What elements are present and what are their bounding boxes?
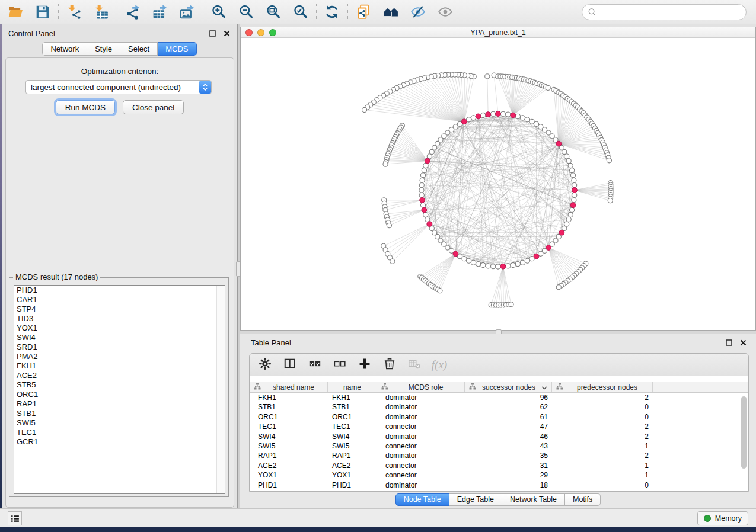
cell-successor-nodes[interactable]: 46: [465, 432, 552, 441]
cell-shared-name[interactable]: TEC1: [250, 422, 328, 431]
cell-successor-nodes[interactable]: 43: [465, 441, 552, 451]
mcds-result-item[interactable]: STB1: [14, 409, 225, 418]
cell-mcds-role[interactable]: connector: [377, 441, 465, 451]
mcds-result-item[interactable]: FKH1: [14, 361, 225, 371]
cell-shared-name[interactable]: ACE2: [250, 461, 328, 470]
search-input[interactable]: [600, 7, 741, 17]
cell-name[interactable]: FKH1: [328, 393, 377, 402]
table-settings-button[interactable]: [257, 357, 273, 373]
column-header-predecessor-nodes[interactable]: predecessor nodes: [552, 382, 653, 392]
cell-mcds-role[interactable]: connector: [377, 470, 465, 480]
open-file-button[interactable]: [7, 3, 24, 21]
cell-mcds-role[interactable]: dominator: [377, 412, 465, 422]
mcds-result-item[interactable]: STB5: [14, 380, 225, 390]
show-all-button[interactable]: [436, 3, 454, 21]
cell-shared-name[interactable]: PHD1: [250, 480, 328, 490]
cell-predecessor-nodes[interactable]: 0: [552, 402, 653, 412]
cell-successor-nodes[interactable]: 31: [465, 461, 552, 470]
column-header-MCDS-role[interactable]: MCDS role: [377, 382, 465, 392]
show-panels-menu-button[interactable]: [8, 511, 22, 525]
cell-mcds-role[interactable]: dominator: [377, 393, 465, 402]
table-tab-motifs[interactable]: Motifs: [565, 493, 601, 506]
mcds-result-item[interactable]: GCR1: [14, 437, 225, 447]
mcds-result-item[interactable]: SRD1: [14, 342, 225, 352]
cell-successor-nodes[interactable]: 62: [465, 402, 552, 412]
mcds-result-item[interactable]: YOX1: [14, 323, 225, 333]
close-mcds-panel-button[interactable]: Close panel: [123, 100, 184, 114]
cell-successor-nodes[interactable]: 61: [465, 412, 552, 422]
cell-shared-name[interactable]: SWI5: [250, 441, 328, 451]
cell-name[interactable]: TEC1: [328, 422, 377, 431]
delete-row-button[interactable]: [382, 357, 397, 373]
cell-predecessor-nodes[interactable]: 2: [552, 393, 653, 402]
export-image-button[interactable]: [178, 3, 196, 21]
table-tab-node-table[interactable]: Node Table: [395, 493, 449, 506]
table-row[interactable]: YOX1YOX1connector291: [250, 470, 748, 480]
cell-predecessor-nodes[interactable]: 0: [552, 412, 653, 422]
memory-button[interactable]: Memory: [697, 511, 748, 525]
column-header-shared-name[interactable]: shared name: [250, 382, 328, 392]
mcds-result-item[interactable]: ACE2: [14, 371, 225, 380]
cell-mcds-role[interactable]: dominator: [377, 451, 465, 460]
cell-shared-name[interactable]: STB1: [250, 402, 328, 412]
cell-mcds-role[interactable]: dominator: [377, 432, 465, 441]
import-table-button[interactable]: [92, 3, 110, 21]
close-panel-button[interactable]: [223, 30, 231, 37]
cell-name[interactable]: SWI5: [328, 441, 377, 451]
table-row[interactable]: SWI5SWI5connector431: [250, 441, 748, 451]
run-mcds-button[interactable]: Run MCDS: [56, 100, 115, 114]
cell-mcds-role[interactable]: dominator: [377, 402, 465, 412]
close-window-traffic-light[interactable]: [245, 29, 253, 36]
tab-style[interactable]: Style: [87, 42, 120, 56]
select-all-button[interactable]: [307, 357, 323, 373]
column-header-name[interactable]: name: [328, 382, 377, 392]
add-row-button[interactable]: [357, 357, 372, 373]
cell-successor-nodes[interactable]: 18: [465, 480, 552, 490]
zoom-in-button[interactable]: [210, 3, 228, 21]
network-window-titlebar[interactable]: YPA_prune.txt_1: [241, 27, 755, 38]
mcds-result-item[interactable]: ORC1: [14, 390, 225, 399]
cell-predecessor-nodes[interactable]: 1: [552, 470, 653, 480]
cell-shared-name[interactable]: RAP1: [250, 451, 328, 460]
float-panel-button[interactable]: [209, 30, 216, 37]
cell-name[interactable]: STB1: [328, 402, 377, 412]
cell-shared-name[interactable]: FKH1: [250, 393, 328, 402]
cell-successor-nodes[interactable]: 96: [465, 393, 552, 402]
zoom-fit-button[interactable]: [264, 3, 282, 21]
mcds-result-item[interactable]: RAP1: [14, 399, 225, 409]
mcds-result-item[interactable]: SWI5: [14, 418, 225, 428]
export-table-button[interactable]: [151, 3, 169, 21]
table-tab-edge-table[interactable]: Edge Table: [449, 493, 502, 506]
table-row[interactable]: PHD1PHD1dominator180: [250, 480, 748, 490]
table-row[interactable]: ACE2ACE2connector311: [250, 461, 748, 470]
mcds-result-item[interactable]: TEC1: [14, 428, 225, 437]
cell-name[interactable]: YOX1: [328, 470, 377, 480]
mcds-result-list[interactable]: PHD1CAR1STP4TID3YOX1SWI4SRD1PMA2FKH1ACE2…: [14, 285, 225, 494]
save-session-button[interactable]: [34, 3, 52, 21]
cell-predecessor-nodes[interactable]: 0: [552, 480, 653, 490]
mcds-result-item[interactable]: PHD1: [14, 286, 225, 295]
zoom-selected-button[interactable]: [292, 3, 310, 21]
mcds-result-item[interactable]: PMA2: [14, 352, 225, 361]
clone-network-button[interactable]: [355, 3, 372, 21]
table-tab-network-table[interactable]: Network Table: [502, 493, 565, 506]
cell-successor-nodes[interactable]: 35: [465, 451, 552, 460]
tab-mcds[interactable]: MCDS: [158, 42, 196, 56]
float-table-panel-button[interactable]: [725, 339, 733, 347]
table-row[interactable]: TEC1TEC1connector472: [250, 422, 748, 431]
table-row[interactable]: FKH1FKH1dominator962: [250, 393, 748, 402]
table-row[interactable]: SWI4SWI4dominator462: [250, 432, 748, 441]
cell-mcds-role[interactable]: connector: [377, 422, 465, 431]
result-list-scrollbar[interactable]: [216, 286, 225, 493]
cell-predecessor-nodes[interactable]: 2: [552, 422, 653, 431]
tab-network[interactable]: Network: [42, 42, 87, 56]
search-box[interactable]: [582, 4, 747, 20]
cell-predecessor-nodes[interactable]: 1: [552, 461, 653, 470]
cell-predecessor-nodes[interactable]: 1: [552, 441, 653, 451]
cell-shared-name[interactable]: YOX1: [250, 470, 328, 480]
cell-predecessor-nodes[interactable]: 2: [552, 451, 653, 460]
cell-name[interactable]: PHD1: [328, 480, 377, 490]
show-column-button[interactable]: [282, 357, 298, 373]
cell-mcds-role[interactable]: connector: [377, 461, 465, 470]
hide-selected-button[interactable]: [409, 3, 427, 21]
